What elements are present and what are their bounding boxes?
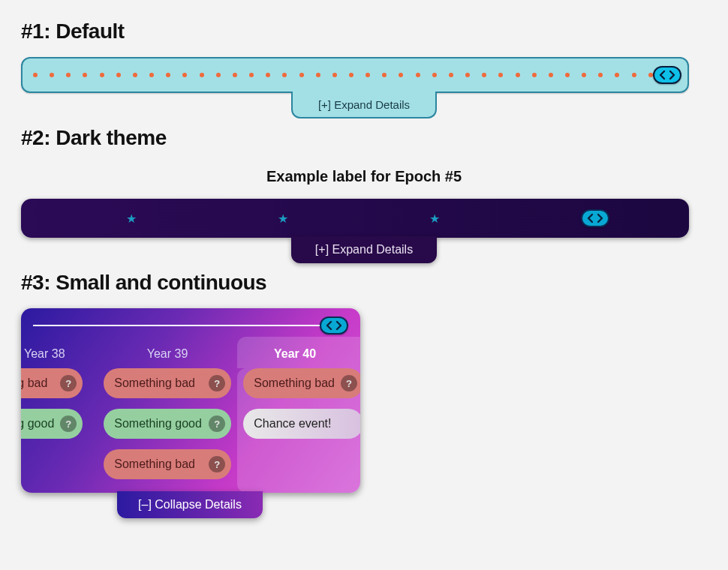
tick-dot	[200, 73, 204, 77]
event-label: Something bad	[114, 458, 195, 471]
tick-dot	[516, 73, 520, 77]
tick-dot	[366, 73, 370, 77]
tick-dot	[432, 73, 437, 77]
drag-horizontal-icon	[587, 213, 603, 224]
slider-ticks	[33, 73, 669, 77]
event-chip-bad[interactable]: Something bad?	[104, 368, 231, 398]
section-heading-3: #3: Small and continuous	[21, 271, 707, 295]
tick-dot	[100, 73, 104, 77]
help-icon[interactable]: ?	[209, 375, 225, 392]
collapse-details-button[interactable]: [–] Collapse Details	[117, 491, 263, 518]
slider-handle[interactable]	[581, 209, 609, 227]
slider-track-dark[interactable]: ★★★★	[21, 199, 689, 238]
tick-dot	[233, 73, 237, 77]
tick-dot	[316, 73, 320, 77]
year-label: Year 39	[104, 347, 231, 361]
tick-dot	[50, 73, 54, 77]
tick-dot	[249, 73, 254, 77]
tick-dot	[465, 73, 470, 77]
tick-dot	[166, 73, 170, 77]
expand-details-button[interactable]: [+] Expand Details	[291, 92, 437, 118]
tick-dot	[66, 73, 71, 77]
event-label: hing bad	[21, 376, 47, 390]
tick-dot	[449, 73, 453, 77]
tick-dot	[349, 73, 353, 77]
tick-dot	[382, 73, 387, 77]
event-chip-good[interactable]: Something good?	[104, 409, 231, 439]
section-heading-1: #1: Default	[21, 20, 707, 44]
tick-dot	[299, 73, 304, 77]
event-label: hing good	[21, 417, 54, 430]
tick-dot	[399, 73, 403, 77]
tick-dot	[498, 73, 503, 77]
tick-dot	[216, 73, 221, 77]
slider-handle[interactable]	[653, 66, 681, 84]
tick-dot	[482, 73, 486, 77]
tick-dot	[33, 73, 38, 77]
help-icon[interactable]: ?	[60, 416, 77, 432]
event-chip-good[interactable]: hing good?	[21, 409, 83, 439]
tick-dot	[116, 73, 121, 77]
event-chip-bad[interactable]: hing bad?	[21, 368, 83, 398]
tick-dot	[632, 73, 636, 77]
year-column: Something bad?Something good?Something b…	[104, 368, 231, 493]
epoch-label: Example label for Epoch #5	[21, 168, 707, 185]
year-column: hing bad?hing good?	[21, 368, 83, 493]
tick-dot	[582, 73, 586, 77]
event-chip-bad[interactable]: Something bad?	[243, 368, 360, 398]
slider-handle[interactable]	[320, 316, 348, 334]
tick-dot	[598, 73, 603, 77]
event-label: Chance event!	[254, 417, 331, 430]
event-label: Something bad	[254, 376, 335, 390]
year-label: Year 38	[21, 347, 104, 361]
drag-horizontal-icon	[659, 70, 675, 80]
tick-dot	[182, 73, 187, 77]
tick-dot	[83, 73, 87, 77]
expand-details-button[interactable]: [+] Expand Details	[291, 236, 437, 263]
tick-dot	[133, 73, 137, 77]
event-chip-chance[interactable]: Chance event!	[243, 409, 360, 439]
help-icon[interactable]: ?	[209, 416, 225, 432]
tick-dot	[266, 73, 270, 77]
mini-timeline-card: Year 38 Year 39 Year 40 hing bad?hing go…	[21, 308, 360, 493]
event-label: Something good	[114, 417, 202, 430]
tick-star-icon: ★	[126, 212, 137, 226]
year-column: Something bad?Chance event!	[237, 368, 360, 493]
help-icon[interactable]: ?	[341, 375, 357, 392]
help-icon[interactable]: ?	[209, 456, 225, 472]
tick-dot	[282, 73, 287, 77]
drag-horizontal-icon	[326, 320, 342, 331]
tick-dot	[416, 73, 420, 77]
tick-dot	[565, 73, 570, 77]
tick-dot	[615, 73, 619, 77]
tick-star-icon: ★	[278, 212, 288, 226]
event-label: Something bad	[114, 376, 195, 390]
slider-track-default[interactable]	[21, 57, 689, 93]
event-chip-bad[interactable]: Something bad?	[104, 449, 231, 479]
tick-dot	[532, 73, 537, 77]
tick-dot	[149, 73, 154, 77]
tick-dot	[549, 73, 553, 77]
tick-dot	[332, 73, 337, 77]
help-icon[interactable]: ?	[60, 375, 77, 392]
section-heading-2: #2: Dark theme	[21, 126, 707, 150]
tick-star-icon: ★	[429, 212, 440, 226]
tick-dot	[648, 73, 653, 77]
